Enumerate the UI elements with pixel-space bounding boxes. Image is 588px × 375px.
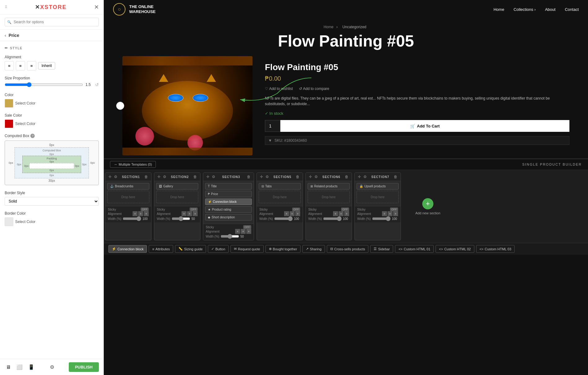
section2-sticky-toggle[interactable]: OFF <box>190 208 198 211</box>
section1-align-center[interactable]: ≡ <box>138 211 143 216</box>
nav-link-collections[interactable]: Collections <box>514 7 536 12</box>
size-proportion-slider[interactable] <box>5 82 83 87</box>
section3-width-input[interactable] <box>221 234 239 239</box>
section3-rating-block[interactable]: ★ Product rating <box>205 206 252 213</box>
section2-align-center[interactable]: ≡ <box>187 211 192 216</box>
section2-align-left[interactable]: ≡ <box>182 211 186 216</box>
section1-delete-button[interactable]: 🗑 <box>144 174 149 180</box>
section3-shortdesc-block[interactable]: ◆ Short description <box>205 214 252 221</box>
align-center-button[interactable]: ≡ <box>16 61 25 70</box>
sale-color-swatch[interactable] <box>5 119 13 128</box>
section3-move-button[interactable]: ✛ <box>206 174 210 180</box>
section5-delete-button[interactable]: 🗑 <box>295 174 300 180</box>
toolbar-sidebar[interactable]: ☰ Sidebar <box>370 245 393 253</box>
toolbar-bought-together[interactable]: ⊕ Bought together <box>265 245 301 253</box>
color-swatch[interactable] <box>5 99 13 108</box>
section3-title-block[interactable]: T Title <box>205 183 252 190</box>
section3-price-block[interactable]: ₱ Price <box>205 191 252 197</box>
section7-move-button[interactable]: ✛ <box>357 174 362 180</box>
section1-move-button[interactable]: ✛ <box>108 174 112 180</box>
section5-settings-button[interactable]: ⚙ <box>265 174 270 180</box>
section1-align-left[interactable]: ≡ <box>133 211 138 216</box>
section7-sticky-toggle[interactable]: OFF <box>390 208 398 211</box>
multiple-templates-button[interactable]: ↔ Multiple Templates (0) <box>110 161 156 168</box>
toolbar-custom-html-03[interactable]: <> Custom HTML 03 <box>476 245 515 253</box>
section2-align-right[interactable]: ≡ <box>193 211 198 216</box>
section7-upsell-block[interactable]: 🔒 Upsell products <box>357 183 399 190</box>
toolbar-attributes[interactable]: ≡ Attributes <box>149 245 173 253</box>
border-style-select[interactable]: Solid None Dashed Dotted Double <box>5 197 99 206</box>
section1-breadcrumbs-block[interactable]: ⚓ Breadcrumbs <box>107 183 149 190</box>
toolbar-sharing[interactable]: ↗ Sharing <box>302 245 325 253</box>
section3-connection-block[interactable]: ⚡ Connection block <box>205 199 252 205</box>
mobile-view-button[interactable]: 📱 <box>27 363 36 371</box>
toolbar-cross-sells[interactable]: ⊟ Cross-sells products <box>327 245 369 253</box>
section3-align-left[interactable]: ≡ <box>235 229 240 234</box>
section7-drop-zone[interactable]: Drop here <box>357 191 399 203</box>
section1-drop-zone[interactable]: Drop here <box>107 191 149 203</box>
settings-button[interactable]: ⚙ <box>50 364 54 370</box>
toolbar-sizing-guide[interactable]: 📏 Sizing guide <box>175 245 206 253</box>
size-proportion-reset-button[interactable]: ↺ <box>95 82 99 87</box>
section7-width-input[interactable] <box>372 216 391 221</box>
publish-button[interactable]: PUBLISH <box>69 362 99 372</box>
section2-width-input[interactable] <box>172 216 190 221</box>
toolbar-connection-block[interactable]: ⚡ Connection block <box>108 245 147 253</box>
section5-tabs-block[interactable]: ⊟ Tabs <box>259 183 301 190</box>
section5-drop-zone[interactable]: Drop here <box>259 191 301 203</box>
nav-link-about[interactable]: About <box>545 7 555 12</box>
wishlist-link[interactable]: ♡ Add to wishlist <box>265 87 293 91</box>
section5-align-center[interactable]: ≡ <box>290 211 295 216</box>
section5-align-right[interactable]: ≡ <box>295 211 300 216</box>
toolbar-custom-html-02[interactable]: <> Custom HTML 02 <box>436 245 474 253</box>
section5-align-left[interactable]: ≡ <box>284 211 289 216</box>
quantity-input[interactable] <box>265 120 280 132</box>
section6-related-block[interactable]: ⊞ Related products <box>308 183 350 190</box>
section7-align-left[interactable]: ≡ <box>382 211 387 216</box>
section2-settings-button[interactable]: ⚙ <box>162 174 167 180</box>
section6-width-input[interactable] <box>323 216 342 221</box>
section1-settings-button[interactable]: ⚙ <box>113 174 118 180</box>
section7-align-center[interactable]: ≡ <box>388 211 393 216</box>
section6-align-left[interactable]: ≡ <box>333 211 338 216</box>
section6-move-button[interactable]: ✛ <box>308 174 313 180</box>
nav-link-contact[interactable]: Contact <box>565 7 579 12</box>
border-color-select-button[interactable]: Select Color <box>15 220 35 224</box>
border-color-swatch[interactable] <box>5 217 13 226</box>
desktop-view-button[interactable]: 🖥 <box>5 363 12 371</box>
breadcrumb-home[interactable]: Home <box>323 25 333 29</box>
section6-delete-button[interactable]: 🗑 <box>344 174 349 180</box>
sidebar-back-button[interactable]: ‹ Price <box>0 30 103 41</box>
section7-settings-button[interactable]: ⚙ <box>363 174 367 180</box>
align-left-button[interactable]: ≡ <box>5 61 14 70</box>
section3-align-right[interactable]: ≡ <box>246 229 251 234</box>
section6-settings-button[interactable]: ⚙ <box>314 174 318 180</box>
section6-align-right[interactable]: ≡ <box>344 211 349 216</box>
inherit-button[interactable]: Inherit <box>38 62 55 69</box>
add-section-card[interactable]: + Add new section <box>405 172 451 240</box>
toolbar-request-quote[interactable]: ✉ Request quote <box>230 245 264 253</box>
compare-link[interactable]: ↺ Add to compare <box>299 87 329 91</box>
add-to-cart-button[interactable]: 🛒 Add To Cart <box>280 120 569 132</box>
toolbar-button[interactable]: ✓ Button <box>208 245 229 253</box>
section6-align-center[interactable]: ≡ <box>339 211 344 216</box>
section1-sticky-toggle[interactable]: OFF <box>141 208 149 211</box>
tablet-view-button[interactable]: ⬜ <box>15 363 24 371</box>
collapse-toggle-button[interactable]: ‹ <box>116 102 124 110</box>
toolbar-custom-html-01[interactable]: <> Custom HTML 01 <box>395 245 434 253</box>
section7-align-right[interactable]: ≡ <box>393 211 398 216</box>
sidebar-close-button[interactable]: ✕ <box>94 4 99 11</box>
section1-width-input[interactable] <box>123 216 141 221</box>
section3-delete-button[interactable]: 🗑 <box>246 174 251 180</box>
section5-sticky-toggle[interactable]: OFF <box>292 208 300 211</box>
color-select-button[interactable]: Select Color <box>15 101 35 105</box>
section7-delete-button[interactable]: 🗑 <box>393 174 398 180</box>
search-input[interactable] <box>5 18 99 26</box>
section2-move-button[interactable]: ✛ <box>157 174 161 180</box>
section6-drop-zone[interactable]: Drop here <box>308 191 350 203</box>
section6-sticky-toggle[interactable]: OFF <box>341 208 349 211</box>
align-right-button[interactable]: ≡ <box>27 61 36 70</box>
sale-color-select-button[interactable]: Select Color <box>15 122 35 126</box>
section2-gallery-block[interactable]: 🖼 Gallery <box>156 183 198 190</box>
section2-drop-zone[interactable]: Drop here <box>156 191 198 203</box>
